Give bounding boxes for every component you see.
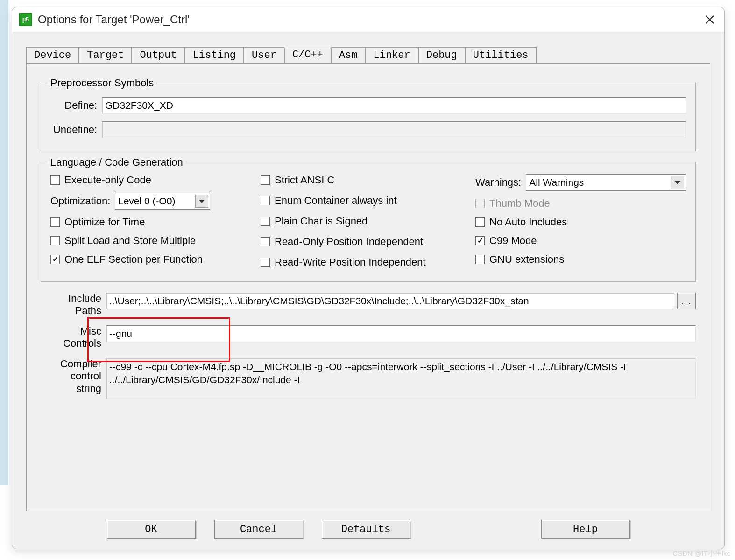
tab-target[interactable]: Target [79, 47, 132, 63]
editor-gutter-strip [0, 0, 8, 485]
label-undefine: Undefine: [50, 121, 97, 136]
chevron-down-icon [671, 176, 684, 189]
tab-strip: DeviceTargetOutputListingUserC/C++AsmLin… [26, 47, 710, 63]
tab-device[interactable]: Device [26, 47, 79, 63]
help-button[interactable]: Help [541, 520, 630, 539]
label-misc-controls: Misc Controls [50, 325, 101, 350]
cb-optimize-time-label: Optimize for Time [64, 216, 145, 228]
textarea-compiler-control: --c99 -c --cpu Cortex-M4.fp.sp -D__MICRO… [106, 358, 696, 399]
cb-thumb-mode: Thumb Mode [475, 197, 686, 210]
options-dialog: μ5 Options for Target 'Power_Ctrl' Devic… [12, 7, 725, 549]
close-icon [705, 15, 714, 24]
cb-thumb-mode-label: Thumb Mode [489, 197, 550, 210]
ok-button[interactable]: OK [107, 520, 196, 539]
tab-output[interactable]: Output [132, 47, 184, 63]
cb-no-auto-includes-label: No Auto Includes [489, 216, 567, 228]
input-undefine[interactable] [102, 121, 686, 138]
button-row: OK Cancel Defaults Help [12, 520, 724, 539]
label-define: Define: [50, 97, 97, 112]
input-include-paths[interactable] [106, 293, 674, 309]
cb-enum-container-label: Enum Container always int [275, 195, 397, 207]
cb-ro-position[interactable]: Read-Only Position Independent [261, 236, 471, 248]
select-optimization[interactable]: Level 0 (-O0) [115, 193, 210, 210]
cb-gnu-extensions[interactable]: GNU extensions [475, 253, 686, 266]
label-warnings: Warnings: [475, 176, 521, 189]
cb-plain-char[interactable]: Plain Char is Signed [261, 215, 471, 227]
label-compiler-control: Compiler control string [50, 358, 101, 395]
group-language: Language / Code Generation Execute-only … [41, 162, 696, 282]
tab-listing[interactable]: Listing [185, 47, 244, 63]
select-warnings-value: All Warnings [529, 177, 584, 188]
cb-execute-only-label: Execute-only Code [64, 174, 151, 186]
cb-ro-position-label: Read-Only Position Independent [275, 236, 423, 248]
chevron-down-icon [195, 195, 208, 208]
label-optimization: Optimization: [50, 195, 111, 207]
app-icon: μ5 [19, 13, 32, 26]
group-legend-language: Language / Code Generation [48, 156, 186, 168]
select-warnings[interactable]: All Warnings [526, 174, 686, 191]
cancel-button[interactable]: Cancel [214, 520, 303, 539]
input-define[interactable] [102, 97, 686, 114]
cb-no-auto-includes[interactable]: No Auto Includes [475, 216, 686, 228]
close-button[interactable] [702, 12, 717, 27]
cb-c99-mode-label: C99 Mode [489, 235, 537, 247]
cb-execute-only[interactable]: Execute-only Code [50, 174, 251, 186]
cb-c99-mode[interactable]: C99 Mode [475, 235, 686, 247]
window-title: Options for Target 'Power_Ctrl' [38, 13, 190, 26]
tab-linker[interactable]: Linker [366, 47, 418, 63]
cb-one-elf-label: One ELF Section per Function [64, 253, 203, 266]
cb-split-load-label: Split Load and Store Multiple [64, 235, 196, 247]
cb-one-elf[interactable]: One ELF Section per Function [50, 253, 251, 266]
group-preprocessor: Preprocessor Symbols Define: Undefine: [41, 83, 696, 151]
titlebar: μ5 Options for Target 'Power_Ctrl' [12, 7, 724, 32]
cb-split-load[interactable]: Split Load and Store Multiple [50, 235, 251, 247]
cb-enum-container[interactable]: Enum Container always int [261, 195, 471, 207]
cb-optimize-time[interactable]: Optimize for Time [50, 216, 251, 228]
tab-c-c-[interactable]: C/C++ [284, 48, 331, 64]
group-legend-preprocessor: Preprocessor Symbols [48, 77, 156, 89]
cb-strict-ansi-label: Strict ANSI C [275, 174, 334, 186]
tab-body: Preprocessor Symbols Define: Undefine: L… [26, 63, 710, 511]
defaults-button[interactable]: Defaults [322, 520, 410, 539]
cb-plain-char-label: Plain Char is Signed [275, 215, 368, 227]
tab-debug[interactable]: Debug [418, 47, 465, 63]
select-optimization-value: Level 0 (-O0) [118, 196, 176, 207]
tab-asm[interactable]: Asm [331, 47, 366, 63]
input-misc-controls[interactable] [106, 325, 696, 342]
cb-gnu-extensions-label: GNU extensions [489, 253, 564, 266]
cb-strict-ansi[interactable]: Strict ANSI C [261, 174, 471, 186]
browse-include-button[interactable]: ... [677, 293, 696, 309]
label-include-paths: Include Paths [50, 293, 101, 317]
cb-rw-position[interactable]: Read-Write Position Independent [261, 256, 471, 268]
watermark: CSDN @IT小生lkc [672, 549, 730, 558]
tab-utilities[interactable]: Utilities [465, 47, 537, 63]
tab-user[interactable]: User [244, 47, 284, 63]
cb-rw-position-label: Read-Write Position Independent [275, 256, 426, 268]
